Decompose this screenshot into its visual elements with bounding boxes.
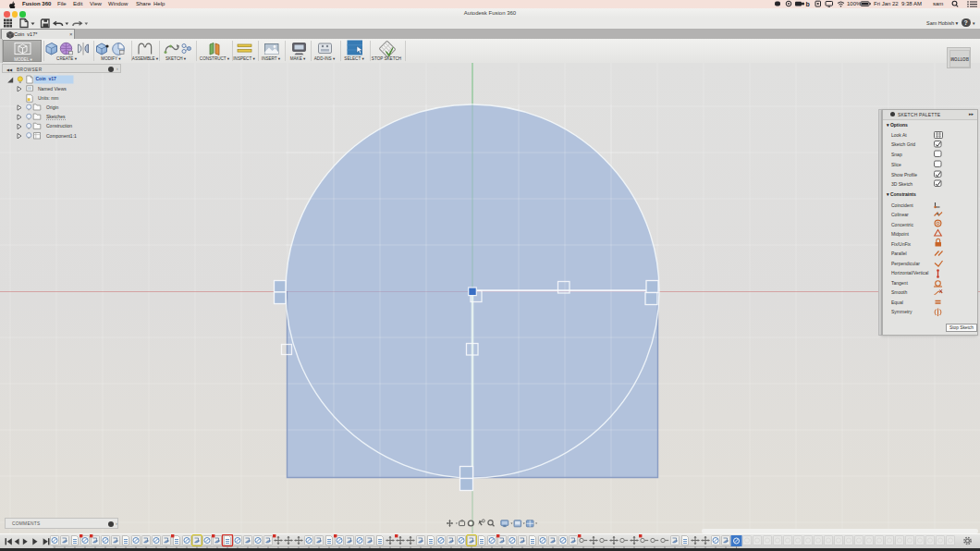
svg-text:b: b	[806, 1, 810, 7]
